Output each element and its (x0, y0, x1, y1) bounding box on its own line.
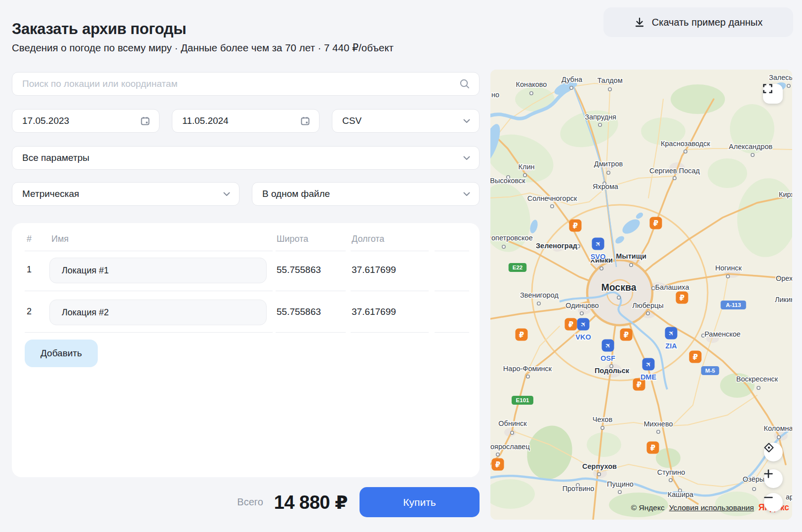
map-city-label: Протвино (562, 485, 595, 493)
fullscreen-icon (764, 85, 772, 93)
chevron-down-icon (463, 119, 470, 123)
map-city-label: Люберцы (632, 302, 663, 309)
city-dot (511, 431, 514, 434)
city-dot (496, 453, 499, 456)
location-search-field[interactable] (12, 72, 480, 96)
map-city-label: Конаково (516, 80, 547, 88)
units-value: Метрическая (22, 189, 223, 199)
ruble-marker-glyph: ₽ (680, 294, 684, 302)
map-city-label: Ликино-Дулёво (775, 296, 792, 304)
location-name-input[interactable] (50, 307, 266, 318)
map-canvas[interactable]: ноКонаковоДубнаТалдомЗалесьеЗапрудняКрас… (490, 70, 792, 520)
download-sample-button[interactable]: Скачать пример данных (603, 7, 793, 37)
ruble-marker-glyph: ₽ (693, 353, 698, 361)
road-badge-label: M-5 (705, 368, 715, 374)
map-city-label: Раменское (704, 330, 740, 338)
map-city-label: Одинцово (565, 302, 599, 309)
map-city-label: Ступино (657, 468, 685, 476)
parameters-select[interactable]: Все параметры (12, 146, 480, 170)
zoom-in-button[interactable] (764, 469, 783, 488)
city-dot (618, 491, 621, 494)
longitude-value: 37.617699 (352, 265, 396, 275)
order-weather-archive-page: Заказать архив погоды Скачать пример дан… (0, 0, 802, 532)
location-name-field[interactable] (49, 300, 267, 325)
geolocate-button[interactable] (764, 443, 783, 461)
location-name-input[interactable] (50, 266, 266, 276)
map-city-label: Балашиха (655, 283, 690, 291)
longitude-value: 37.617699 (352, 306, 396, 317)
page-title: Заказать архив погоды (12, 20, 186, 38)
map-city-label: Зеленоград (536, 242, 577, 250)
city-dot (652, 287, 655, 290)
map-city-label: Киржач (779, 190, 792, 198)
minus-icon (764, 493, 773, 502)
map-city-label: Залесье (769, 74, 792, 81)
ruble-marker-glyph: ₽ (568, 320, 573, 329)
location-row: 1 55.755863 37.617699 (12, 258, 480, 283)
row-number: 2 (27, 306, 32, 317)
city-dot (537, 302, 540, 305)
ruble-marker-glyph: ₽ (650, 444, 655, 452)
col-header-num: # (27, 234, 32, 244)
search-input[interactable] (22, 78, 459, 89)
buy-button[interactable]: Купить (360, 487, 480, 517)
copyright-text: © Яндекс (631, 503, 665, 512)
city-dot (607, 171, 610, 174)
map-city-label: опетровское (491, 234, 533, 242)
format-select[interactable]: CSV (332, 109, 480, 133)
map-city-label: Краснозаводск (661, 140, 710, 148)
terms-of-use-link[interactable]: Условия использования (669, 503, 754, 512)
map-city-label: Орехово-Зуево (776, 274, 792, 282)
city-dot (530, 92, 533, 95)
city-dot (601, 426, 604, 429)
date-from-field[interactable]: 17.05.2023 (12, 109, 160, 133)
map-city-label: Ногинск (715, 264, 742, 272)
map-city-label: Сергиев Посад (649, 167, 700, 175)
plus-icon (764, 469, 773, 478)
map-city-label: Воскресенск (736, 375, 778, 383)
download-icon (634, 17, 645, 28)
format-value: CSV (342, 115, 463, 126)
locations-card: # Имя Широта Долгота 1 55.755863 37.6176… (12, 223, 480, 477)
map-city-label: Дмитров (594, 160, 623, 168)
map-city-label: Яхрома (593, 183, 619, 190)
airport-code-label: SVO (591, 253, 606, 261)
map-city-label: Михнево (643, 420, 673, 428)
location-row: 2 55.755863 37.617699 (12, 300, 480, 325)
map-city-label: но (491, 91, 499, 99)
map-city-label: Звенигород (520, 291, 559, 299)
file-mode-select[interactable]: В одном файле (252, 182, 480, 206)
calendar-icon[interactable] (140, 116, 150, 126)
city-dot (608, 88, 611, 91)
units-select[interactable]: Метрическая (12, 182, 240, 206)
map-city-label: Пущино (607, 480, 634, 488)
calendar-icon[interactable] (300, 116, 310, 126)
city-dot (526, 375, 529, 378)
airport-code-label: DME (641, 373, 657, 381)
map-city-label: Наро-Фоминск (503, 365, 552, 373)
city-dot (669, 479, 672, 482)
city-dot (751, 153, 754, 156)
city-dot (684, 150, 687, 153)
file-mode-value: В одном файле (262, 189, 463, 199)
map-city-label: Высоковск (490, 177, 525, 185)
airport-code-label: VKO (575, 333, 591, 341)
city-dot (646, 312, 649, 315)
city-dot (580, 312, 583, 315)
download-sample-label: Скачать пример данных (652, 17, 763, 28)
city-dot (726, 275, 729, 278)
ruble-marker-glyph: ₽ (495, 460, 500, 469)
latitude-value: 55.755863 (277, 265, 321, 275)
date-to-field[interactable]: 11.05.2024 (172, 109, 320, 133)
zoom-out-button[interactable] (764, 493, 783, 512)
date-from-value: 17.05.2023 (22, 115, 140, 126)
map-city-label: ар (786, 493, 792, 501)
location-name-field[interactable] (49, 258, 267, 283)
col-header-name: Имя (51, 234, 69, 244)
col-header-lat: Широта (277, 234, 308, 244)
parameters-value: Все параметры (22, 152, 463, 163)
add-location-button[interactable]: Добавить (25, 340, 98, 367)
map-city-label: оярославец (490, 443, 530, 451)
fullscreen-button[interactable] (763, 84, 783, 104)
map-city-label: Мытищи (616, 252, 646, 260)
